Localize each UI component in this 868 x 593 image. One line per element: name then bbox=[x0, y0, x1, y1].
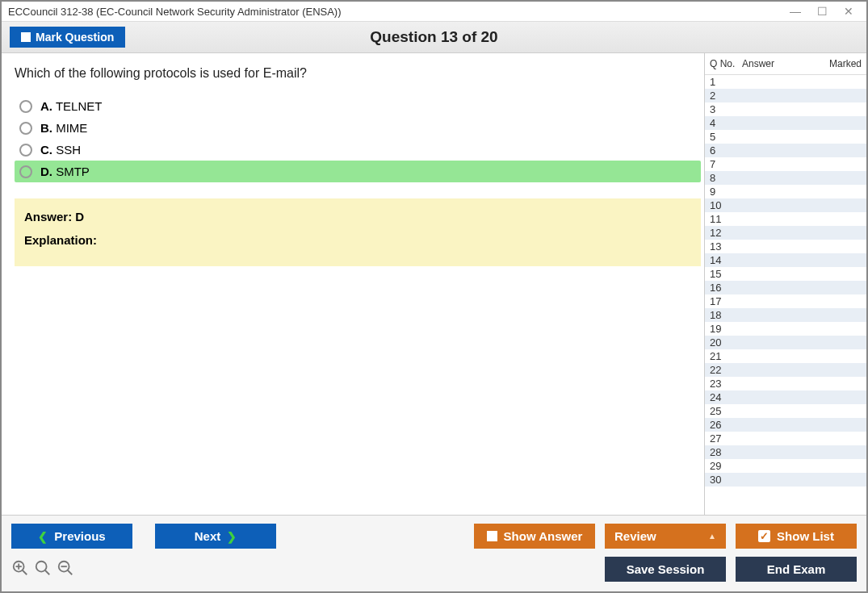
app-window: ECCouncil 312-38 (EC-Council Network Sec… bbox=[0, 0, 868, 593]
list-item[interactable]: 18 bbox=[705, 308, 866, 322]
col-qno: Q No. bbox=[710, 58, 742, 69]
list-item[interactable]: 21 bbox=[705, 349, 866, 363]
list-item[interactable]: 1 bbox=[705, 75, 866, 89]
list-item[interactable]: 15 bbox=[705, 267, 866, 281]
option-row[interactable]: C. SSH bbox=[15, 139, 701, 161]
list-item[interactable]: 26 bbox=[705, 418, 866, 432]
question-counter: Question 13 of 20 bbox=[370, 28, 497, 46]
question-list[interactable]: 1234567891011121314151617181920212223242… bbox=[705, 75, 866, 515]
radio-icon bbox=[19, 100, 32, 113]
list-item[interactable]: 11 bbox=[705, 212, 866, 226]
question-text: Which of the following protocols is used… bbox=[15, 66, 701, 81]
list-item[interactable]: 27 bbox=[705, 432, 866, 445]
list-item[interactable]: 3 bbox=[705, 102, 866, 116]
footer-row-2: Save Session End Exam bbox=[11, 557, 857, 582]
option-row[interactable]: D. SMTP bbox=[15, 161, 701, 182]
maximize-icon[interactable]: ☐ bbox=[817, 5, 828, 18]
radio-icon bbox=[19, 122, 32, 135]
minimize-icon[interactable]: — bbox=[790, 5, 801, 18]
zoom-controls bbox=[11, 559, 74, 580]
list-item[interactable]: 24 bbox=[705, 390, 866, 404]
window-controls: — ☐ ✕ bbox=[790, 5, 860, 18]
close-icon[interactable]: ✕ bbox=[844, 5, 853, 18]
zoom-in-icon[interactable] bbox=[11, 559, 29, 580]
col-answer: Answer bbox=[742, 58, 813, 69]
zoom-out-icon[interactable] bbox=[57, 559, 74, 580]
list-item[interactable]: 22 bbox=[705, 363, 866, 377]
list-item[interactable]: 7 bbox=[705, 157, 866, 171]
list-item[interactable]: 23 bbox=[705, 377, 866, 390]
list-item[interactable]: 5 bbox=[705, 130, 866, 144]
header-bar: Mark Question Question 13 of 20 bbox=[2, 22, 866, 53]
list-item[interactable]: 28 bbox=[705, 445, 866, 459]
svg-line-1 bbox=[23, 570, 27, 574]
option-row[interactable]: A. TELNET bbox=[15, 95, 701, 117]
answer-line: Answer: D bbox=[24, 210, 691, 223]
previous-button[interactable]: ❮ Previous bbox=[11, 524, 132, 549]
checkbox-checked-icon: ✓ bbox=[758, 530, 770, 542]
option-label: C. SSH bbox=[40, 143, 81, 157]
svg-line-5 bbox=[45, 570, 50, 574]
list-item[interactable]: 29 bbox=[705, 459, 866, 473]
option-label: B. MIME bbox=[40, 121, 87, 135]
mark-question-button[interactable]: Mark Question bbox=[10, 27, 125, 48]
list-item[interactable]: 19 bbox=[705, 322, 866, 336]
radio-icon bbox=[19, 165, 32, 178]
save-session-button[interactable]: Save Session bbox=[605, 557, 726, 582]
show-list-button[interactable]: ✓ Show List bbox=[736, 524, 857, 549]
next-button[interactable]: Next ❯ bbox=[155, 524, 276, 549]
svg-point-4 bbox=[36, 561, 47, 571]
list-item[interactable]: 2 bbox=[705, 89, 866, 102]
caret-up-icon: ▲ bbox=[708, 532, 716, 541]
show-answer-button[interactable]: Show Answer bbox=[474, 524, 595, 549]
list-item[interactable]: 8 bbox=[705, 171, 866, 185]
options-list: A. TELNETB. MIMEC. SSHD. SMTP bbox=[15, 95, 701, 182]
zoom-reset-icon[interactable] bbox=[34, 559, 52, 580]
footer-bar: ❮ Previous Next ❯ Show Answer Review ▲ ✓… bbox=[2, 515, 866, 591]
option-label: A. TELNET bbox=[40, 99, 102, 113]
radio-icon bbox=[19, 144, 32, 157]
list-item[interactable]: 9 bbox=[705, 185, 866, 198]
list-item[interactable]: 25 bbox=[705, 404, 866, 418]
option-label: D. SMTP bbox=[40, 165, 90, 178]
list-item[interactable]: 17 bbox=[705, 294, 866, 308]
review-button[interactable]: Review ▲ bbox=[605, 524, 726, 549]
window-title: ECCouncil 312-38 (EC-Council Network Sec… bbox=[8, 6, 342, 18]
chevron-left-icon: ❮ bbox=[38, 530, 48, 543]
end-exam-button[interactable]: End Exam bbox=[736, 557, 857, 582]
explanation-label: Explanation: bbox=[24, 233, 691, 247]
list-item[interactable]: 20 bbox=[705, 336, 866, 349]
list-item[interactable]: 30 bbox=[705, 473, 866, 487]
svg-line-7 bbox=[68, 570, 73, 574]
question-pane: Which of the following protocols is used… bbox=[2, 53, 704, 515]
option-row[interactable]: B. MIME bbox=[15, 117, 701, 139]
col-marked: Marked bbox=[813, 58, 862, 69]
list-item[interactable]: 16 bbox=[705, 281, 866, 294]
body-area: Which of the following protocols is used… bbox=[2, 53, 866, 515]
chevron-right-icon: ❯ bbox=[227, 530, 237, 543]
question-list-panel: Q No. Answer Marked 12345678910111213141… bbox=[704, 53, 866, 515]
list-item[interactable]: 4 bbox=[705, 116, 866, 130]
footer-row-1: ❮ Previous Next ❯ Show Answer Review ▲ ✓… bbox=[11, 524, 857, 549]
checkbox-icon bbox=[21, 32, 31, 42]
list-item[interactable]: 12 bbox=[705, 226, 866, 240]
list-item[interactable]: 14 bbox=[705, 253, 866, 267]
list-item[interactable]: 13 bbox=[705, 240, 866, 253]
list-item[interactable]: 10 bbox=[705, 198, 866, 212]
checkbox-icon bbox=[487, 531, 497, 541]
answer-box: Answer: D Explanation: bbox=[15, 198, 701, 266]
mark-question-label: Mark Question bbox=[36, 31, 114, 44]
list-item[interactable]: 6 bbox=[705, 144, 866, 157]
question-list-header: Q No. Answer Marked bbox=[705, 53, 866, 75]
title-bar: ECCouncil 312-38 (EC-Council Network Sec… bbox=[2, 2, 866, 22]
